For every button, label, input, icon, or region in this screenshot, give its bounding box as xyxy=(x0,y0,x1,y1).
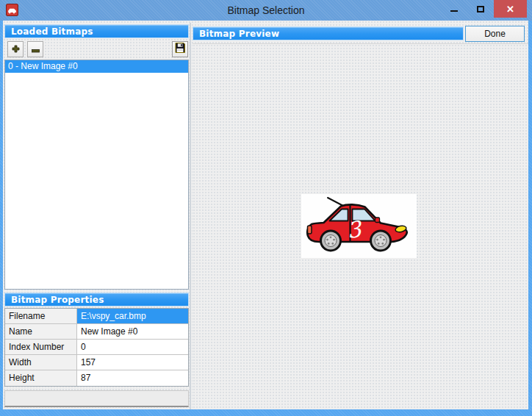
done-button-label: Done xyxy=(484,29,506,39)
window-title: Bitmap Selection xyxy=(227,4,304,16)
titlebar: Bitmap Selection ✕ xyxy=(0,0,532,21)
loaded-bitmaps-list[interactable]: 0 - New Image #0 xyxy=(4,60,189,290)
loaded-bitmaps-header: Loaded Bitmaps xyxy=(4,24,189,38)
status-bar xyxy=(4,390,189,407)
add-bitmap-button[interactable] xyxy=(7,41,24,57)
filename-field[interactable]: E:\vspy_car.bmp xyxy=(77,309,188,324)
bitmap-preview-header: Bitmap Preview xyxy=(193,26,464,40)
width-field[interactable]: 157 xyxy=(77,355,188,370)
done-button[interactable]: Done xyxy=(465,26,525,42)
window-controls: ✕ xyxy=(441,0,527,18)
floppy-disk-icon xyxy=(174,42,186,57)
red-car-image: 3 xyxy=(301,194,417,258)
bitmap-selection-dialog: Bitmap Selection ✕ Loaded Bitmaps xyxy=(0,0,532,416)
minimize-button[interactable] xyxy=(441,0,467,18)
property-label: Index Number xyxy=(5,340,77,355)
minus-icon xyxy=(32,43,40,56)
rear-wheel xyxy=(321,231,341,251)
property-label: Width xyxy=(5,355,77,370)
index-number-field[interactable]: 0 xyxy=(77,340,188,355)
panel-splitter[interactable] xyxy=(190,23,191,409)
list-item-label: 0 - New Image #0 xyxy=(8,61,78,71)
bitmap-properties-table: Filename E:\vspy_car.bmp Name New Image … xyxy=(4,308,189,387)
preview-car-bitmap: 3 xyxy=(301,194,417,258)
list-item[interactable]: 0 - New Image #0 xyxy=(5,60,188,73)
property-label: Height xyxy=(5,370,77,386)
property-label: Filename xyxy=(5,309,77,324)
maximize-icon xyxy=(477,6,484,12)
front-wheel xyxy=(371,231,391,251)
height-field[interactable]: 87 xyxy=(77,370,188,386)
maximize-button[interactable] xyxy=(467,0,494,18)
bitmap-properties-header: Bitmap Properties xyxy=(4,293,189,306)
app-car-icon xyxy=(6,4,18,16)
close-icon: ✕ xyxy=(506,4,514,15)
remove-bitmap-button[interactable] xyxy=(27,41,43,57)
close-button[interactable]: ✕ xyxy=(494,0,527,18)
property-label: Name xyxy=(5,324,77,340)
name-field[interactable]: New Image #0 xyxy=(77,324,188,340)
save-bitmap-button[interactable] xyxy=(172,41,188,57)
plus-icon xyxy=(12,43,20,56)
minimize-icon xyxy=(450,10,458,12)
